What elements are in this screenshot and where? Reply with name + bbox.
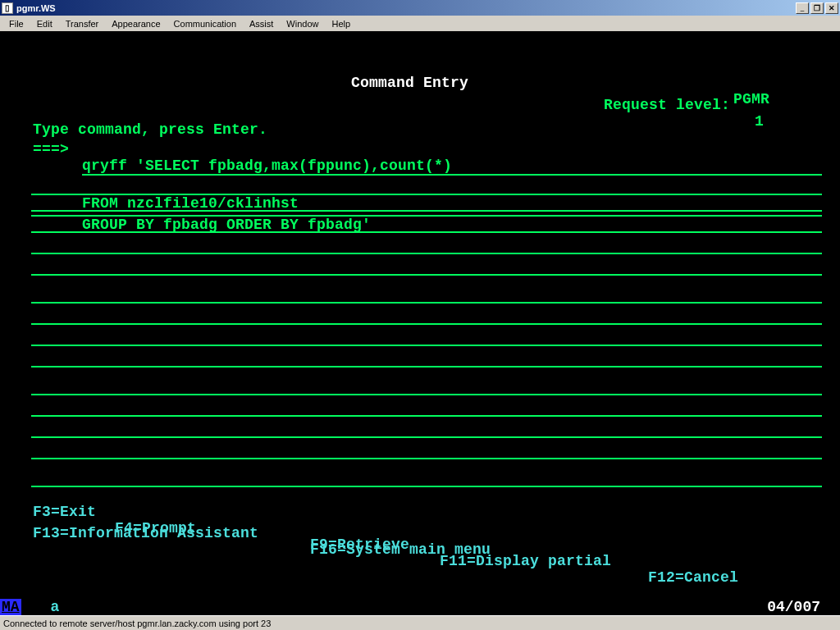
menu-transfer[interactable]: Transfer (60, 17, 105, 30)
command-input-line[interactable] (31, 287, 822, 304)
terminal-screen[interactable]: Command Entry PGMR Request level: 1 Type… (0, 31, 840, 599)
menu-help[interactable]: Help (326, 17, 356, 30)
window-controls: _ ❐ ✕ (796, 2, 840, 14)
command-input-line[interactable] (31, 400, 822, 417)
menu-assist[interactable]: Assist (244, 17, 279, 30)
status-bar: Connected to remote server/host pgmr.lan… (0, 615, 840, 630)
minimize-button[interactable]: _ (796, 2, 809, 14)
menu-window[interactable]: Window (281, 17, 324, 30)
menu-bar: File Edit Transfer Appearance Communicat… (0, 16, 840, 31)
menu-communication[interactable]: Communication (168, 17, 242, 30)
fkey-f16[interactable]: F16=System main menu (310, 541, 491, 558)
fkey-f13[interactable]: F13=Information Assistant (33, 525, 258, 541)
status-text: Connected to remote server/host pgmr.lan… (3, 619, 271, 628)
command-input-line[interactable] (31, 217, 822, 233)
command-input-line[interactable] (31, 238, 822, 254)
oia-bar: MA a 04/007 (0, 599, 840, 615)
fkey-f12[interactable]: F12=Cancel (648, 569, 738, 586)
command-input-line[interactable] (31, 195, 822, 212)
window-titlebar: ▯ pgmr.WS _ ❐ ✕ (0, 0, 840, 16)
close-button[interactable]: ✕ (825, 2, 838, 14)
command-input-line[interactable] (31, 422, 822, 438)
command-input-line[interactable] (31, 259, 822, 276)
maximize-button[interactable]: ❐ (810, 2, 824, 14)
app-icon: ▯ (2, 2, 13, 14)
oia-cursor-position: 04/007 (767, 599, 820, 615)
oia-indicator: a (51, 599, 60, 615)
separator-line (31, 471, 822, 487)
command-input-line[interactable] (31, 308, 822, 325)
oia-status: MA (0, 599, 21, 615)
window-title: pgmr.WS (16, 3, 56, 13)
command-input-line[interactable] (31, 379, 822, 395)
menu-appearance[interactable]: Appearance (106, 17, 166, 30)
menu-edit[interactable]: Edit (31, 17, 58, 30)
menu-file[interactable]: File (3, 17, 30, 30)
command-input-line[interactable] (31, 443, 822, 459)
command-input-line[interactable] (31, 351, 822, 368)
command-input-line[interactable] (31, 330, 822, 346)
